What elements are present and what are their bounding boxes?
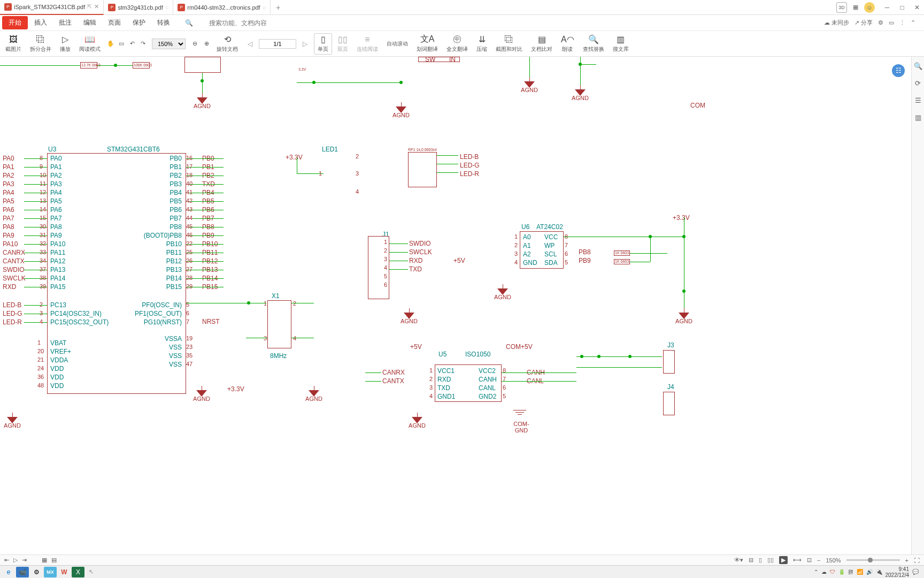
zoom-out-status[interactable]: − <box>817 557 820 564</box>
tray-power[interactable]: 🔌 <box>876 569 882 575</box>
tool-split-merge[interactable]: ⿻拆分合并 <box>27 34 55 54</box>
zoom-in-status[interactable]: + <box>905 557 908 564</box>
zoom-slider[interactable] <box>846 559 900 561</box>
sync-status[interactable]: ☁未同步 <box>824 19 849 27</box>
tab-1-label: iSpark_STM32G431CB.pdf <box>14 4 85 10</box>
tool-doc-compare[interactable]: ▤文档比对 <box>528 34 556 54</box>
tab-close-2[interactable]: ○ <box>165 4 169 11</box>
maximize-button[interactable]: □ <box>895 1 909 14</box>
tool-play[interactable]: ▷播放 <box>57 34 74 54</box>
tool-rotate-l[interactable]: ↶ <box>127 39 137 49</box>
tray-battery[interactable]: 🔋 <box>838 569 845 575</box>
tool-read-aloud[interactable]: A◠朗读 <box>558 34 578 54</box>
tray-ime[interactable]: 拼 <box>848 568 853 576</box>
tool-find-replace[interactable]: 🔍查找替换 <box>580 34 607 54</box>
task-app2[interactable]: ⚙ <box>30 567 43 577</box>
tray-volume[interactable]: 🔊 <box>866 569 873 575</box>
single-page-icon: ▯ <box>321 35 326 44</box>
page-double-icon[interactable]: ▯▯ <box>767 557 774 564</box>
new-tab-button[interactable]: + <box>271 3 286 12</box>
pin-number: 7 <box>186 318 189 325</box>
menu-edit[interactable]: 编辑 <box>78 16 102 29</box>
sidebar-adjust-icon[interactable]: ⟳ <box>913 78 923 88</box>
page-single-icon[interactable]: ▯ <box>759 557 762 564</box>
menu-insert[interactable]: 插入 <box>29 16 52 29</box>
tab-pin-icon[interactable]: ⇱ <box>87 3 92 10</box>
zoom-out-btn[interactable]: ⊖ <box>190 39 199 49</box>
sidebar-search-icon[interactable]: 🔍 <box>913 61 923 71</box>
tool-screenshot[interactable]: 🖼截图片 <box>2 34 25 54</box>
collapse-icon[interactable]: ⌃ <box>911 19 915 26</box>
task-app1[interactable]: 📹 <box>16 567 29 577</box>
tool-double-page[interactable]: ▯▯双页 <box>334 34 351 54</box>
menu-convert[interactable]: 转换 <box>152 16 175 29</box>
tray-wifi[interactable]: 📶 <box>857 569 863 575</box>
fit-page-icon[interactable]: ⊡ <box>807 557 812 564</box>
page-next[interactable]: ▷ <box>298 38 312 50</box>
task-excel[interactable]: X <box>72 567 84 577</box>
task-wps[interactable]: W <box>58 567 71 577</box>
tray-chevron[interactable]: ⌃ <box>814 569 818 575</box>
tool-compress[interactable]: ⇊压缩 <box>473 34 490 54</box>
tool-translate-word[interactable]: 文A划词翻译 <box>413 34 441 54</box>
tool-continuous[interactable]: ≡连续阅读 <box>353 34 381 54</box>
search-input[interactable] <box>205 18 301 28</box>
tool-fulltext-translate[interactable]: ㊥全文翻译 <box>443 34 471 54</box>
ruler-icon[interactable]: ⊟ <box>749 557 753 564</box>
nav-next[interactable]: ▷ <box>13 557 18 564</box>
pin-number: 30 <box>40 223 46 230</box>
page-input[interactable] <box>259 39 296 49</box>
menu-protect[interactable]: 保护 <box>127 16 151 29</box>
tab-close-3[interactable]: ○ <box>263 4 266 11</box>
schematic-diagram: 13.7K 0603 100K 0603 3.3V AGND AGND SW I… <box>0 57 911 557</box>
task-mx[interactable]: MX <box>44 567 57 577</box>
tool-rotate-doc[interactable]: ⟲旋转文档 <box>213 34 241 54</box>
eye-icon[interactable]: 👁▾ <box>734 557 743 564</box>
more-icon[interactable]: ⋮ <box>899 19 905 26</box>
tool-read-mode[interactable]: 📖阅读模式 <box>76 34 104 54</box>
tool-single-page[interactable]: ▯单页 <box>314 33 332 55</box>
avatar-icon[interactable]: ☺ <box>864 2 875 13</box>
tray-onedrive[interactable]: ☁ <box>821 569 827 575</box>
menu-annotate[interactable]: 批注 <box>53 16 77 29</box>
nav-last[interactable]: ⇥ <box>22 557 27 564</box>
tray-security[interactable]: 🛡 <box>830 569 835 575</box>
tab-close-1[interactable]: ✕ <box>94 3 99 10</box>
task-edge[interactable]: e <box>2 567 15 577</box>
tool-select[interactable]: ▭ <box>117 39 126 49</box>
menu-page[interactable]: 页面 <box>103 16 126 29</box>
play-status-icon[interactable]: ▶ <box>779 556 788 564</box>
settings-icon[interactable]: ⚙ <box>878 19 883 26</box>
minimize-button[interactable]: ─ <box>880 1 894 14</box>
tool-hand[interactable]: ✋ <box>106 39 116 49</box>
fit-width-icon[interactable]: ⟷ <box>793 557 802 564</box>
message-icon[interactable]: ▭ <box>889 19 894 26</box>
float-assistant-button[interactable]: ☷ <box>892 64 905 77</box>
zoom-select[interactable]: 150% <box>152 39 186 49</box>
layout-icon[interactable]: 3D <box>836 2 847 13</box>
clock-time[interactable]: 9:41 <box>886 566 910 572</box>
view-thumb[interactable]: ▦ <box>42 557 47 564</box>
fullscreen-icon[interactable]: ⛶ <box>914 557 920 564</box>
pdf-viewport[interactable]: 13.7K 0603 100K 0603 3.3V AGND AGND SW I… <box>0 57 911 557</box>
tab-2[interactable]: P stm32g431cb.pdf ○ <box>104 0 173 15</box>
sidebar-bookmark-icon[interactable]: ☰ <box>913 95 923 105</box>
tool-autoscroll[interactable]: 自动滚动 <box>383 39 411 49</box>
tray-notification[interactable]: 💬 <box>912 569 919 575</box>
clock-date[interactable]: 2022/12/4 <box>886 572 910 578</box>
agnd-x1-1-label: AGND <box>188 396 215 402</box>
close-button[interactable]: ✕ <box>910 1 924 14</box>
page-prev[interactable]: ◁ <box>243 38 257 50</box>
zoom-in-btn[interactable]: ⊕ <box>202 39 211 49</box>
tab-1[interactable]: P iSpark_STM32G431CB.pdf ⇱ ✕ <box>0 0 104 15</box>
tool-rotate-r[interactable]: ↷ <box>138 39 148 49</box>
view-outline[interactable]: ▤ <box>51 557 57 564</box>
tool-compare-screenshot[interactable]: ⿻截图和对比 <box>492 34 526 54</box>
sidebar-panel-icon[interactable]: ▥ <box>913 112 923 122</box>
grid-icon[interactable]: ▦ <box>850 2 861 13</box>
tool-search-lib[interactable]: ▥搜文库 <box>610 34 632 54</box>
menu-start[interactable]: 开始 <box>2 16 28 29</box>
share-button[interactable]: ↗分享 <box>854 19 873 27</box>
nav-first[interactable]: ⇤ <box>4 557 9 564</box>
tab-3[interactable]: P rm0440-stm32...ctronics.pdf ○ <box>173 0 271 15</box>
